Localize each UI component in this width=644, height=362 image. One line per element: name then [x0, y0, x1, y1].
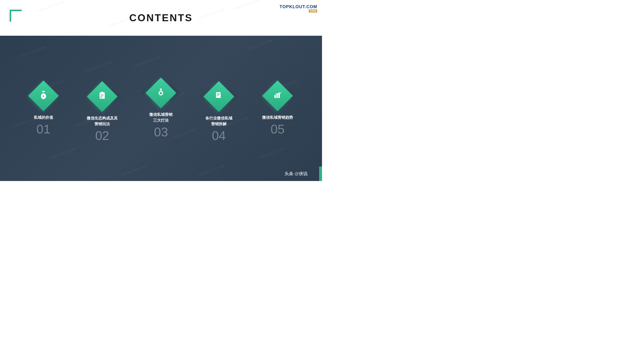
- item-number-02: 02: [95, 129, 109, 142]
- svg-rect-8: [216, 92, 220, 98]
- item-label-03: 微信私域营销三大打法: [149, 112, 172, 123]
- content-item-04: 各行业微信私域营销拆解 04: [204, 75, 233, 142]
- logo-area: TOPKLOUT.COM 克劳锐: [280, 4, 317, 12]
- icon-medal-star: [156, 87, 166, 98]
- watermark-13: TOPKLOUT.COM: [133, 55, 161, 68]
- svg-rect-16: [278, 93, 280, 98]
- icon-document-pen: [214, 91, 224, 102]
- watermark-1: TOPKLOUT.COM: [20, 46, 47, 59]
- watermark-2: TOPKLOUT.COM: [85, 60, 112, 73]
- watermark-3: TOPKLOUT.COM: [246, 38, 274, 51]
- icon-chart-up: [273, 90, 282, 101]
- diamond-04: [204, 82, 233, 111]
- logo-sub: 克劳锐: [309, 9, 317, 12]
- watermark-top1: TOPKLOUT.COM: [36, 0, 64, 13]
- item-number-04: 04: [212, 129, 226, 142]
- page-title: CONTENTS: [129, 12, 193, 24]
- logo-main: TOPKLOUT.COM: [280, 4, 317, 9]
- diamond-01: $: [29, 81, 58, 110]
- item-label-05: 微信私域营销趋势: [262, 115, 293, 120]
- content-item-02: 微信生态构成及其营销玩法 02: [87, 75, 118, 142]
- svg-rect-3: [101, 92, 104, 93]
- diamond-05: [263, 81, 292, 110]
- svg-marker-13: [220, 97, 222, 98]
- corner-accent-bottom-right: [319, 167, 322, 181]
- bottom-bar-text: 头条 @侠说: [284, 171, 308, 177]
- content-item-05: 微信私域营销趋势 05: [262, 81, 293, 135]
- top-section: TOPKLOUT.COM TOPKLOUT.COM TOPKLOUT.COM T…: [0, 0, 322, 36]
- item-number-05: 05: [270, 123, 284, 135]
- diamond-03: [146, 78, 175, 107]
- watermark-10: TOPKLOUT.COM: [258, 147, 286, 160]
- content-item-03: 微信私域营销三大打法 03: [146, 78, 175, 138]
- icon-clipboard-check: [98, 91, 107, 102]
- watermark-11: TOPKLOUT.COM: [121, 164, 148, 177]
- bottom-section: TOPKLOUT.COM TOPKLOUT.COM TOPKLOUT.COM T…: [0, 36, 322, 181]
- item-label-01: 私域的价值: [34, 115, 53, 120]
- item-label-02: 微信生态构成及其营销玩法: [87, 115, 118, 127]
- corner-bracket-decoration: [10, 10, 22, 22]
- item-number-01: 01: [36, 123, 50, 135]
- diamond-02: [88, 82, 117, 111]
- watermark-top2: TOPKLOUT.COM: [198, 7, 225, 20]
- content-item-01: $ 私域的价值 01: [29, 81, 58, 135]
- svg-text:$: $: [42, 95, 44, 98]
- svg-rect-14: [274, 95, 276, 98]
- watermark-9: TOPKLOUT.COM: [48, 147, 76, 160]
- svg-rect-2: [100, 92, 104, 99]
- item-label-04: 各行业微信私域营销拆解: [205, 115, 232, 127]
- item-number-03: 03: [154, 126, 168, 138]
- svg-rect-15: [276, 94, 278, 98]
- watermark-12: TOPKLOUT.COM: [198, 164, 225, 177]
- icon-money-bag: $: [39, 90, 48, 101]
- watermark-top4: TOPKLOUT.COM: [234, 0, 261, 11]
